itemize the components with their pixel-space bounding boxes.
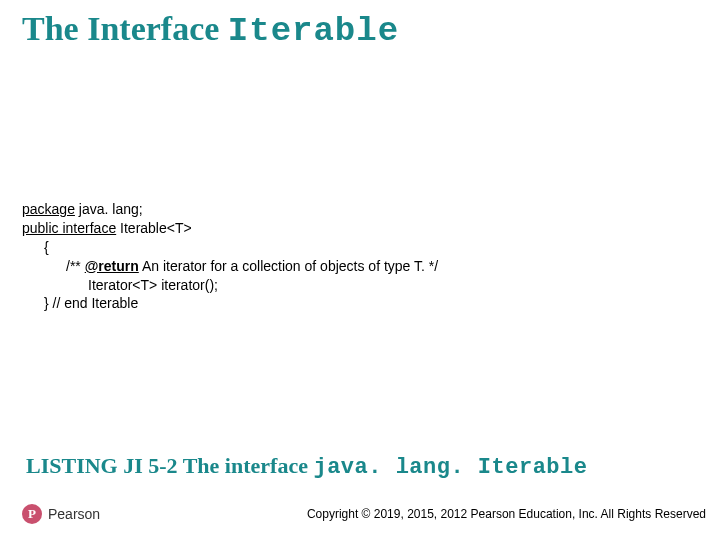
pearson-logo-icon: P <box>22 504 42 524</box>
code-line-6: } // end Iterable <box>22 294 438 313</box>
title-prefix: The Interface <box>22 10 228 47</box>
code-text: java. lang; <box>75 201 143 217</box>
code-line-4: /** @return An iterator for a collection… <box>22 257 438 276</box>
listing-caption: LISTING JI 5-2 The interface java. lang.… <box>26 453 587 480</box>
code-line-2: public interface Iterable<T> <box>22 219 438 238</box>
copyright-text: Copyright © 2019, 2015, 2012 Pearson Edu… <box>307 507 706 521</box>
keyword-public-interface: public interface <box>22 220 116 236</box>
code-listing: package java. lang; public interface Ite… <box>22 200 438 313</box>
code-line-5: Iterator<T> iterator(); <box>22 276 438 295</box>
code-line-1: package java. lang; <box>22 200 438 219</box>
code-text: { <box>44 239 49 255</box>
code-text: An iterator for a collection of objects … <box>139 258 438 274</box>
code-line-3: { <box>22 238 438 257</box>
slide-footer: P Pearson Copyright © 2019, 2015, 2012 P… <box>0 504 720 524</box>
slide-title: The Interface Iterable <box>22 10 399 50</box>
code-text: Iterator<T> iterator(); <box>88 277 218 293</box>
title-interface-name: Iterable <box>228 12 399 50</box>
keyword-package: package <box>22 201 75 217</box>
listing-prefix: LISTING JI 5-2 The interface <box>26 453 313 478</box>
code-text: } // end Iterable <box>44 295 138 311</box>
listing-classname: java. lang. Iterable <box>313 455 587 480</box>
code-text: /** <box>66 258 85 274</box>
javadoc-return: @return <box>85 258 139 274</box>
pearson-logo-text: Pearson <box>48 506 100 522</box>
code-text: Iterable<T> <box>116 220 192 236</box>
pearson-logo: P Pearson <box>22 504 100 524</box>
